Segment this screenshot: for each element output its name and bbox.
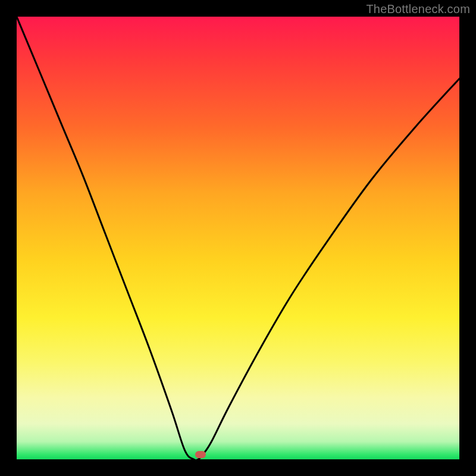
optimum-marker [195,451,206,458]
chart-area [17,17,459,459]
watermark-text: TheBottleneck.com [366,2,470,16]
bottleneck-curve [17,17,459,459]
